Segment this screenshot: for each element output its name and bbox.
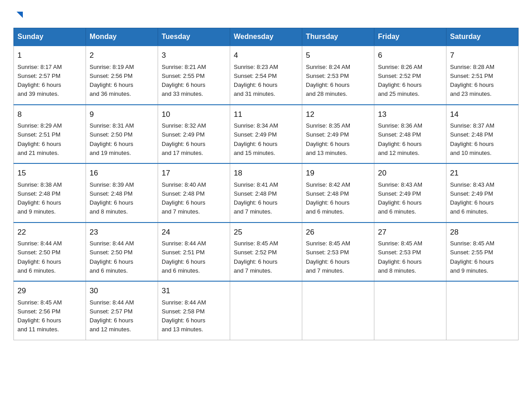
day-info: Sunrise: 8:32 AMSunset: 2:49 PMDaylight:… bbox=[162, 122, 206, 156]
day-cell-9: 9 Sunrise: 8:31 AMSunset: 2:50 PMDayligh… bbox=[86, 105, 158, 164]
day-number: 3 bbox=[162, 50, 226, 61]
day-cell-27: 27 Sunrise: 8:45 AMSunset: 2:53 PMDaylig… bbox=[374, 223, 446, 282]
day-info: Sunrise: 8:23 AMSunset: 2:54 PMDaylight:… bbox=[234, 64, 278, 98]
header-saturday: Saturday bbox=[446, 28, 519, 46]
day-cell-16: 16 Sunrise: 8:39 AMSunset: 2:48 PMDaylig… bbox=[86, 163, 158, 223]
day-number: 11 bbox=[234, 109, 298, 120]
header-sunday: Sunday bbox=[14, 28, 86, 46]
svg-marker-0 bbox=[17, 12, 23, 18]
day-number: 1 bbox=[17, 50, 82, 61]
day-cell-2: 2 Sunrise: 8:19 AMSunset: 2:56 PMDayligh… bbox=[86, 46, 158, 105]
day-info: Sunrise: 8:42 AMSunset: 2:48 PMDaylight:… bbox=[306, 181, 350, 215]
day-info: Sunrise: 8:37 AMSunset: 2:48 PMDaylight:… bbox=[450, 122, 494, 156]
day-info: Sunrise: 8:24 AMSunset: 2:53 PMDaylight:… bbox=[306, 64, 350, 98]
day-number: 5 bbox=[306, 50, 370, 61]
day-cell-15: 15 Sunrise: 8:38 AMSunset: 2:48 PMDaylig… bbox=[14, 163, 86, 223]
day-info: Sunrise: 8:29 AMSunset: 2:51 PMDaylight:… bbox=[17, 122, 62, 156]
day-number: 17 bbox=[162, 167, 226, 179]
day-number: 16 bbox=[90, 167, 154, 179]
day-cell-12: 12 Sunrise: 8:35 AMSunset: 2:49 PMDaylig… bbox=[302, 105, 374, 164]
page-header bbox=[13, 9, 519, 20]
day-info: Sunrise: 8:28 AMSunset: 2:51 PMDaylight:… bbox=[450, 64, 494, 98]
day-cell-30: 30 Sunrise: 8:44 AMSunset: 2:57 PMDaylig… bbox=[86, 281, 158, 340]
day-number: 26 bbox=[306, 227, 370, 238]
day-info: Sunrise: 8:38 AMSunset: 2:48 PMDaylight:… bbox=[17, 181, 62, 215]
day-info: Sunrise: 8:35 AMSunset: 2:49 PMDaylight:… bbox=[306, 122, 350, 156]
day-info: Sunrise: 8:44 AMSunset: 2:51 PMDaylight:… bbox=[162, 240, 206, 274]
header-tuesday: Tuesday bbox=[158, 28, 230, 46]
calendar-body: 1 Sunrise: 8:17 AMSunset: 2:57 PMDayligh… bbox=[14, 46, 519, 340]
day-info: Sunrise: 8:44 AMSunset: 2:58 PMDaylight:… bbox=[162, 299, 206, 333]
day-number: 10 bbox=[162, 109, 226, 120]
day-info: Sunrise: 8:39 AMSunset: 2:48 PMDaylight:… bbox=[90, 181, 134, 215]
day-number: 13 bbox=[378, 109, 442, 120]
day-cell-14: 14 Sunrise: 8:37 AMSunset: 2:48 PMDaylig… bbox=[446, 105, 519, 164]
day-cell-4: 4 Sunrise: 8:23 AMSunset: 2:54 PMDayligh… bbox=[230, 46, 302, 105]
day-number: 28 bbox=[450, 227, 515, 238]
empty-cell bbox=[446, 281, 519, 340]
day-cell-7: 7 Sunrise: 8:28 AMSunset: 2:51 PMDayligh… bbox=[446, 46, 519, 105]
day-cell-1: 1 Sunrise: 8:17 AMSunset: 2:57 PMDayligh… bbox=[14, 46, 86, 105]
day-info: Sunrise: 8:41 AMSunset: 2:48 PMDaylight:… bbox=[234, 181, 278, 215]
empty-cell bbox=[374, 281, 446, 340]
week-row-4: 22 Sunrise: 8:44 AMSunset: 2:50 PMDaylig… bbox=[14, 223, 519, 282]
day-cell-20: 20 Sunrise: 8:43 AMSunset: 2:49 PMDaylig… bbox=[374, 163, 446, 223]
day-cell-25: 25 Sunrise: 8:45 AMSunset: 2:52 PMDaylig… bbox=[230, 223, 302, 282]
day-info: Sunrise: 8:45 AMSunset: 2:53 PMDaylight:… bbox=[306, 240, 350, 274]
day-info: Sunrise: 8:26 AMSunset: 2:52 PMDaylight:… bbox=[378, 64, 422, 98]
day-info: Sunrise: 8:44 AMSunset: 2:50 PMDaylight:… bbox=[90, 240, 134, 274]
day-cell-22: 22 Sunrise: 8:44 AMSunset: 2:50 PMDaylig… bbox=[14, 223, 86, 282]
calendar-table: SundayMondayTuesdayWednesdayThursdayFrid… bbox=[13, 28, 519, 340]
day-number: 24 bbox=[162, 227, 226, 238]
header-wednesday: Wednesday bbox=[230, 28, 302, 46]
day-cell-6: 6 Sunrise: 8:26 AMSunset: 2:52 PMDayligh… bbox=[374, 46, 446, 105]
day-number: 27 bbox=[378, 227, 442, 238]
day-number: 6 bbox=[378, 50, 442, 61]
day-number: 31 bbox=[162, 285, 226, 297]
header-row: SundayMondayTuesdayWednesdayThursdayFrid… bbox=[14, 28, 519, 46]
day-number: 9 bbox=[90, 109, 154, 120]
day-info: Sunrise: 8:44 AMSunset: 2:50 PMDaylight:… bbox=[17, 240, 62, 274]
day-info: Sunrise: 8:21 AMSunset: 2:55 PMDaylight:… bbox=[162, 64, 206, 98]
day-cell-28: 28 Sunrise: 8:45 AMSunset: 2:55 PMDaylig… bbox=[446, 223, 519, 282]
day-number: 8 bbox=[17, 109, 82, 120]
day-cell-5: 5 Sunrise: 8:24 AMSunset: 2:53 PMDayligh… bbox=[302, 46, 374, 105]
logo-triangle-icon bbox=[15, 10, 25, 20]
day-info: Sunrise: 8:45 AMSunset: 2:53 PMDaylight:… bbox=[378, 240, 422, 274]
week-row-1: 1 Sunrise: 8:17 AMSunset: 2:57 PMDayligh… bbox=[14, 46, 519, 105]
calendar-header: SundayMondayTuesdayWednesdayThursdayFrid… bbox=[14, 28, 519, 46]
day-cell-18: 18 Sunrise: 8:41 AMSunset: 2:48 PMDaylig… bbox=[230, 163, 302, 223]
header-thursday: Thursday bbox=[302, 28, 374, 46]
day-number: 29 bbox=[17, 285, 82, 297]
day-number: 23 bbox=[90, 227, 154, 238]
day-number: 18 bbox=[234, 167, 298, 179]
day-info: Sunrise: 8:31 AMSunset: 2:50 PMDaylight:… bbox=[90, 122, 134, 156]
day-number: 4 bbox=[234, 50, 298, 61]
logo bbox=[13, 9, 25, 20]
day-number: 12 bbox=[306, 109, 370, 120]
day-cell-29: 29 Sunrise: 8:45 AMSunset: 2:56 PMDaylig… bbox=[14, 281, 86, 340]
day-cell-26: 26 Sunrise: 8:45 AMSunset: 2:53 PMDaylig… bbox=[302, 223, 374, 282]
day-number: 19 bbox=[306, 167, 370, 179]
day-info: Sunrise: 8:40 AMSunset: 2:48 PMDaylight:… bbox=[162, 181, 206, 215]
day-info: Sunrise: 8:45 AMSunset: 2:55 PMDaylight:… bbox=[450, 240, 494, 274]
week-row-3: 15 Sunrise: 8:38 AMSunset: 2:48 PMDaylig… bbox=[14, 163, 519, 223]
day-number: 2 bbox=[90, 50, 154, 61]
day-number: 30 bbox=[90, 285, 154, 297]
day-number: 25 bbox=[234, 227, 298, 238]
day-cell-31: 31 Sunrise: 8:44 AMSunset: 2:58 PMDaylig… bbox=[158, 281, 230, 340]
day-info: Sunrise: 8:45 AMSunset: 2:56 PMDaylight:… bbox=[17, 299, 62, 333]
empty-cell bbox=[230, 281, 302, 340]
day-cell-21: 21 Sunrise: 8:43 AMSunset: 2:49 PMDaylig… bbox=[446, 163, 519, 223]
day-cell-3: 3 Sunrise: 8:21 AMSunset: 2:55 PMDayligh… bbox=[158, 46, 230, 105]
day-cell-17: 17 Sunrise: 8:40 AMSunset: 2:48 PMDaylig… bbox=[158, 163, 230, 223]
day-number: 15 bbox=[17, 167, 82, 179]
header-monday: Monday bbox=[86, 28, 158, 46]
day-cell-8: 8 Sunrise: 8:29 AMSunset: 2:51 PMDayligh… bbox=[14, 105, 86, 164]
day-info: Sunrise: 8:36 AMSunset: 2:48 PMDaylight:… bbox=[378, 122, 422, 156]
header-friday: Friday bbox=[374, 28, 446, 46]
day-cell-23: 23 Sunrise: 8:44 AMSunset: 2:50 PMDaylig… bbox=[86, 223, 158, 282]
day-info: Sunrise: 8:44 AMSunset: 2:57 PMDaylight:… bbox=[90, 299, 134, 333]
week-row-5: 29 Sunrise: 8:45 AMSunset: 2:56 PMDaylig… bbox=[14, 281, 519, 340]
day-info: Sunrise: 8:43 AMSunset: 2:49 PMDaylight:… bbox=[450, 181, 494, 215]
